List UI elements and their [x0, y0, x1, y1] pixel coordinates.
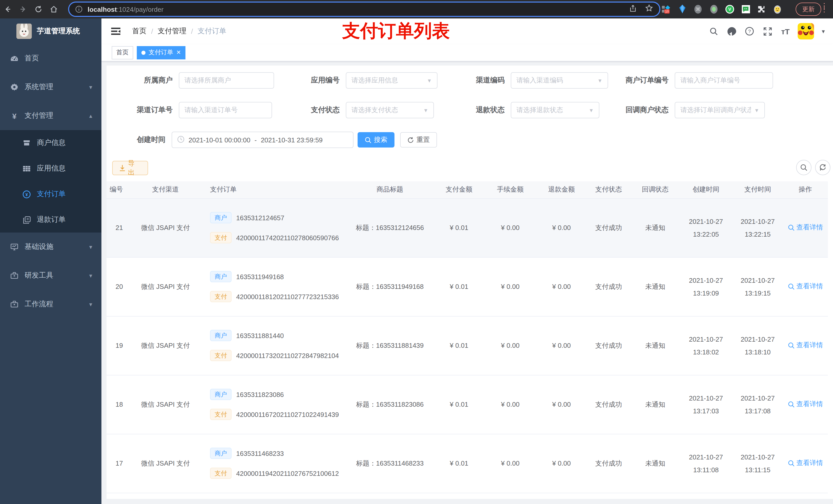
view-detail-link[interactable]: 查看详情	[788, 223, 823, 232]
collapse-sidebar-icon[interactable]	[111, 26, 121, 37]
cell-status: 支付成功	[586, 434, 631, 493]
back-icon[interactable]	[0, 2, 15, 17]
sidebar-item-workflow[interactable]: 工作流程 ▼	[0, 290, 101, 318]
help-icon[interactable]: ?	[744, 26, 755, 37]
hide-search-icon[interactable]	[796, 160, 811, 175]
cell-fee: ¥ 0.00	[484, 434, 537, 493]
merchant-tag: 商户	[210, 389, 232, 400]
sidebar-item-refund-order[interactable]: 退款订单	[0, 207, 101, 233]
tag-pay-order[interactable]: 支付订单 ✕	[137, 46, 186, 59]
cell-create-time: 2021-10-2713:18:02	[679, 316, 733, 375]
close-tag-icon[interactable]: ✕	[176, 49, 181, 56]
extensions-area: 10 ⌘ V	[662, 0, 782, 19]
table-row: 21 微信 JSAPI 支付 商户 1635312124657 支付 42000…	[106, 198, 828, 257]
update-button[interactable]: 更新	[795, 3, 821, 16]
extensions-puzzle-icon[interactable]	[757, 5, 766, 14]
github-icon[interactable]	[726, 26, 737, 37]
refresh-icon[interactable]	[815, 160, 830, 175]
user-avatar[interactable]	[798, 23, 814, 40]
sidebar-item-merchant-info[interactable]: 商户信息	[0, 130, 101, 156]
fullscreen-icon[interactable]	[762, 26, 773, 37]
site-info-icon[interactable]	[75, 6, 82, 13]
address-bar[interactable]: localhost:1024/pay/order	[68, 2, 660, 17]
col-action: 操作	[783, 181, 828, 198]
sidebar-item-system[interactable]: 系统管理 ▼	[0, 73, 101, 101]
extension-record-icon[interactable]	[710, 5, 718, 14]
app-logo[interactable]: 芋道管理系统	[0, 19, 101, 44]
font-size-icon[interactable]: ᴛT	[780, 26, 791, 37]
sidebar-item-devtools[interactable]: 研发工具 ▼	[0, 261, 101, 290]
chevron-down-icon: ▼	[88, 302, 93, 307]
avatar-caret-icon[interactable]: ▼	[821, 28, 826, 34]
filter-notify-status: 回调商户状态 请选择订单回调商户状态▼	[625, 102, 765, 118]
cell-pay-time: 2021-10-2713:11:15	[733, 434, 783, 493]
export-button[interactable]: 导出	[112, 161, 148, 175]
merchant-order-no: 1635311881440	[236, 332, 284, 339]
notify-status-select[interactable]: 请选择订单回调商户状态▼	[675, 102, 765, 118]
extension-blocks-icon[interactable]: 10	[662, 5, 671, 14]
tags-view: 首页 支付订单 ✕	[101, 44, 833, 62]
sidebar-item-home[interactable]: 首页	[0, 44, 101, 73]
cell-channel: 微信 JSAPI 支付	[127, 375, 204, 434]
view-detail-link[interactable]: 查看详情	[788, 400, 823, 409]
chevron-down-icon: ▼	[427, 78, 432, 83]
view-detail-link[interactable]: 查看详情	[788, 459, 823, 468]
cell-fee: ¥ 0.00	[484, 198, 537, 257]
bookmark-star-icon[interactable]	[645, 4, 653, 14]
chevron-down-icon: ▼	[597, 78, 602, 83]
sidebar-item-app-info[interactable]: 应用信息	[0, 156, 101, 181]
chevron-down-icon: ▼	[423, 107, 428, 113]
cell-status: 支付成功	[586, 375, 631, 434]
merchant-order-no-input[interactable]: 请输入商户订单编号	[675, 72, 773, 89]
cell-id: 17	[106, 434, 127, 493]
sidebar-item-infra[interactable]: 基础设施 ▼	[0, 233, 101, 261]
view-detail-link[interactable]: 查看详情	[788, 341, 823, 350]
table-row-partial: 商户 1635311157136	[106, 493, 828, 499]
date-range-input[interactable]: 2021-10-01 00:00:00 - 2021-10-31 23:59:5…	[172, 131, 354, 148]
channel-code-select[interactable]: 请输入渠道编码▼	[511, 72, 608, 89]
cell-notify: 未通知	[631, 434, 679, 493]
merchant-input[interactable]: 请选择所属商户	[179, 72, 274, 89]
cell-pay-time: 2021-10-2713:22:15	[733, 198, 783, 257]
view-detail-link[interactable]: 查看详情	[788, 282, 823, 291]
toolbox-icon	[10, 300, 19, 308]
extension-command-icon[interactable]: ⌘	[694, 5, 703, 14]
extension-vue-icon[interactable]: V	[725, 5, 734, 14]
cell-amount: ¥ 0.01	[434, 198, 484, 257]
svg-text:⌘: ⌘	[696, 7, 700, 12]
app-select[interactable]: 请选择应用信息▼	[346, 72, 437, 89]
chevron-down-icon: ▼	[88, 244, 93, 250]
filter-app: 应用编号 请选择应用信息▼	[311, 72, 437, 89]
sidebar-item-pay[interactable]: ¥ 支付管理 ▲	[0, 101, 101, 130]
app-title: 芋道管理系统	[37, 27, 80, 36]
tag-home[interactable]: 首页	[112, 46, 133, 59]
home-icon[interactable]	[46, 2, 62, 17]
profile-emoji-icon[interactable]	[773, 5, 782, 14]
search-icon[interactable]	[708, 26, 719, 37]
sidebar-item-pay-order[interactable]: ¥ 支付订单	[0, 181, 101, 207]
cell-action: 查看详情	[783, 257, 828, 316]
col-pay-time: 支付时间	[733, 181, 783, 198]
clock-icon	[177, 136, 185, 144]
breadcrumb-pay[interactable]: 支付管理	[158, 27, 187, 36]
extension-badge: 10	[665, 9, 669, 13]
extension-chat-icon[interactable]	[741, 5, 750, 14]
browser-menu-icon[interactable]: ⋮⋮	[821, 4, 825, 11]
channel-order-no-input[interactable]: 请输入渠道订单号	[179, 102, 272, 118]
cell-id: 18	[106, 375, 127, 434]
refund-status-select[interactable]: 请选择退款状态▼	[511, 102, 599, 118]
extension-balloon-icon[interactable]	[678, 5, 687, 14]
pay-tag: 支付	[210, 350, 232, 361]
reset-button[interactable]: 重置	[400, 132, 437, 147]
breadcrumb-home[interactable]: 首页	[132, 27, 146, 36]
share-icon[interactable]	[629, 4, 637, 14]
forward-icon[interactable]	[15, 2, 31, 17]
search-button[interactable]: 搜索	[358, 132, 395, 147]
grid-icon	[23, 164, 31, 173]
reload-icon[interactable]	[31, 2, 46, 17]
cell-notify: 未通知	[631, 257, 679, 316]
cell-channel: 微信 JSAPI 支付	[127, 198, 204, 257]
cell-amount: ¥ 0.01	[434, 257, 484, 316]
col-refund: 退款金额	[537, 181, 586, 198]
pay-status-select[interactable]: 请选择支付状态▼	[346, 102, 434, 118]
